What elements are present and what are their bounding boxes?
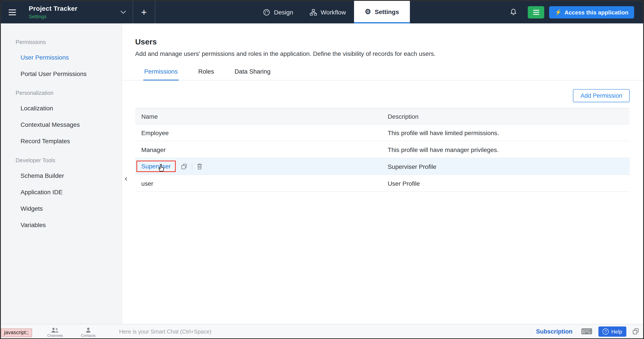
stack-icon	[632, 328, 639, 334]
app-title: Project Tracker	[29, 5, 77, 12]
topbar: Project Tracker Settings + Design	[1, 1, 643, 24]
duplicate-icon	[181, 163, 187, 169]
table-header-row: Name Description	[135, 108, 630, 124]
nav-design-label: Design	[274, 8, 293, 16]
help-button[interactable]: ? Help	[598, 326, 626, 336]
settings-sidebar: Permissions User Permissions Portal User…	[1, 24, 122, 324]
sidebar-item-user-permissions[interactable]: User Permissions	[1, 49, 122, 65]
topbar-nav: Design Workflow ⚙ Settings	[255, 1, 410, 24]
table-row-highlighted[interactable]: Superviser	[135, 158, 630, 175]
sidebar-item-schema-builder[interactable]: Schema Builder	[1, 167, 122, 184]
table-actions: Add Permission	[135, 89, 630, 102]
tab-bar: Permissions Roles Data Sharing	[122, 63, 643, 80]
hamburger-menu-button[interactable]	[1, 1, 24, 24]
nav-workflow-label: Workflow	[321, 8, 346, 16]
add-permission-button[interactable]: Add Permission	[573, 89, 630, 102]
nav-settings-label: Settings	[375, 8, 399, 15]
sidebar-section-permissions: Permissions	[1, 31, 122, 49]
permissions-table: Name Description Employee This profile w…	[135, 108, 630, 192]
row-name-selected[interactable]: Superviser	[136, 160, 176, 172]
channels-label: Channels	[47, 334, 63, 338]
nav-settings[interactable]: ⚙ Settings	[354, 1, 410, 24]
sidebar-section-developer-tools: Developer Tools	[1, 149, 122, 167]
column-header-description: Description	[388, 113, 630, 120]
row-hover-tools	[181, 163, 202, 170]
contacts-label: Contacts	[81, 334, 96, 338]
settings-gear-icon: ⚙	[365, 8, 371, 15]
channels-people-icon	[51, 327, 59, 333]
access-application-button[interactable]: ⚡ Access this application	[549, 6, 634, 18]
trash-icon	[197, 163, 202, 170]
sidebar-section-personalization: Personalization	[1, 82, 122, 100]
sidebar-item-application-ide[interactable]: Application IDE	[1, 184, 122, 200]
hamburger-icon	[8, 9, 16, 10]
workflow-icon	[310, 9, 317, 15]
duplicate-button[interactable]	[181, 163, 187, 169]
bottombar: Channels Contacts Subscription ⌨ ? Help	[1, 324, 643, 338]
sidebar-item-contextual-messages[interactable]: Contextual Messages	[1, 116, 122, 133]
sidebar-item-variables[interactable]: Variables	[1, 216, 122, 233]
delete-button[interactable]	[197, 163, 202, 170]
sidebar-item-localization[interactable]: Localization	[1, 100, 122, 116]
new-component-button[interactable]: +	[133, 1, 155, 24]
tab-roles[interactable]: Roles	[197, 65, 215, 80]
nav-workflow[interactable]: Workflow	[302, 1, 354, 24]
subscription-link[interactable]: Subscription	[534, 328, 575, 335]
channels-button[interactable]: Channels	[47, 326, 63, 338]
sidebar-item-widgets[interactable]: Widgets	[1, 200, 122, 216]
row-name-cell: Superviser	[135, 160, 388, 172]
app-list-button[interactable]	[528, 6, 544, 18]
table-row[interactable]: Manager This profile will have manager p…	[135, 141, 630, 158]
row-description: This profile will have manager privilege…	[388, 146, 630, 153]
table-row[interactable]: user User Profile	[135, 175, 630, 192]
tools-divider	[192, 163, 192, 169]
page-subtitle: Add and manage users' permissions and ro…	[135, 50, 630, 57]
row-name[interactable]: Employee	[135, 129, 388, 136]
sidebar-item-portal-user-permissions[interactable]: Portal User Permissions	[1, 65, 122, 82]
tab-permissions[interactable]: Permissions	[143, 65, 178, 80]
chevron-down-icon	[120, 10, 126, 14]
row-name[interactable]: user	[135, 180, 388, 186]
row-description: This profile will have limited permissio…	[388, 129, 630, 136]
help-label: Help	[611, 328, 622, 334]
row-description: User Profile	[388, 180, 630, 186]
column-header-name: Name	[135, 113, 388, 120]
question-circle-icon: ?	[602, 328, 609, 334]
row-name[interactable]: Manager	[135, 146, 388, 153]
contacts-person-icon	[85, 327, 92, 333]
page-title: Users	[135, 38, 630, 46]
sidebar-collapse-button[interactable]: ‹	[122, 174, 130, 183]
topbar-right: ⚡ Access this application	[507, 1, 643, 24]
keyboard-shortcuts-button[interactable]: ⌨	[581, 328, 592, 335]
app-title-texts: Project Tracker Settings	[24, 5, 78, 20]
app-title-block[interactable]: Project Tracker Settings	[24, 1, 133, 24]
smart-chat-input[interactable]	[118, 328, 534, 335]
contacts-button[interactable]: Contacts	[81, 326, 96, 338]
app-window: Project Tracker Settings + Design	[0, 0, 644, 339]
bell-icon	[510, 8, 517, 16]
notifications-button[interactable]	[507, 8, 520, 16]
row-description: Superviser Profile	[388, 163, 630, 170]
app-environment-label: Settings	[29, 14, 77, 19]
list-icon	[533, 10, 539, 10]
bottombar-right: Subscription ⌨ ? Help	[534, 326, 643, 336]
table-row[interactable]: Employee This profile will have limited …	[135, 124, 630, 141]
link-status-tooltip: javascript:;	[1, 328, 32, 337]
tab-data-sharing[interactable]: Data Sharing	[234, 65, 272, 80]
access-application-label: Access this application	[564, 9, 628, 15]
nav-design[interactable]: Design	[255, 1, 302, 24]
sidebar-item-record-templates[interactable]: Record Templates	[1, 133, 122, 149]
feedback-stack-button[interactable]	[632, 328, 639, 334]
lightning-icon: ⚡	[555, 10, 562, 15]
design-icon	[263, 8, 270, 16]
main-content: Users Add and manage users' permissions …	[122, 24, 643, 324]
